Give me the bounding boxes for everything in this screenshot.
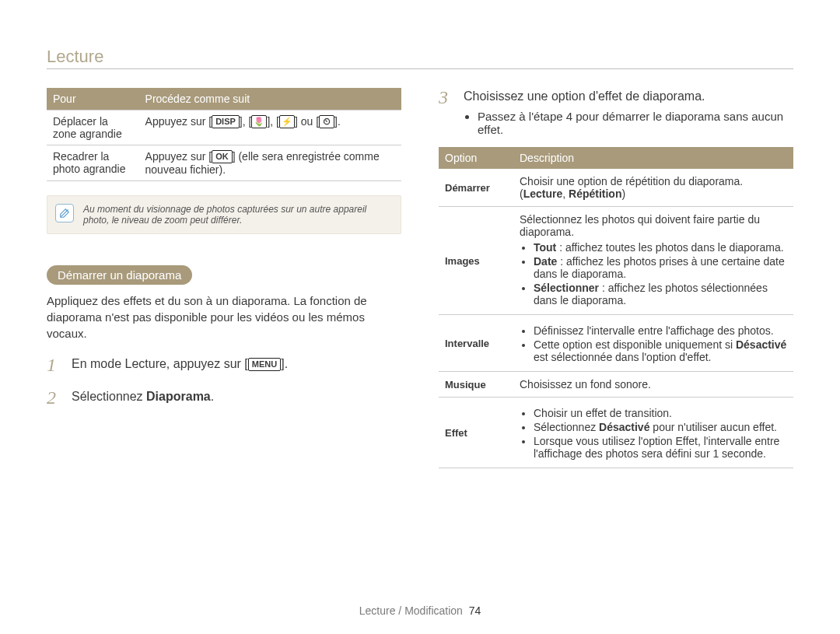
option-name: Démarrer — [439, 169, 513, 207]
option-name: Images — [439, 207, 513, 315]
options-table: Option Description Démarrer Choisir une … — [439, 147, 793, 468]
footer-text: Lecture / Modification — [359, 604, 463, 617]
note-text: Au moment du visionnage de photos captur… — [83, 204, 366, 226]
table-row: Déplacer la zone agrandie Appuyez sur [D… — [47, 110, 401, 145]
table-header: Procédez comme suit — [139, 88, 401, 110]
section-title: Lecture — [47, 47, 793, 67]
table-row: Recadrer la photo agrandie Appuyez sur [… — [47, 145, 401, 181]
step-3: 3 Choisissez une option d'effet de diapo… — [439, 88, 793, 107]
note-icon — [55, 204, 74, 222]
flash-button-icon: ⚡ — [279, 115, 295, 128]
option-name: Effet — [439, 398, 513, 468]
option-desc: Sélectionnez les photos qui doivent fair… — [513, 207, 793, 315]
table-row: Musique Choisissez un fond sonore. — [439, 372, 793, 398]
macro-button-icon: 🌷 — [251, 115, 267, 128]
table-row: Images Sélectionnez les photos qui doive… — [439, 207, 793, 315]
page: Lecture Pour Procédez comme suit Déplace… — [0, 0, 840, 634]
left-column: Pour Procédez comme suit Déplacer la zon… — [47, 88, 401, 468]
action-table: Pour Procédez comme suit Déplacer la zon… — [47, 88, 401, 181]
option-name: Musique — [439, 372, 513, 398]
note-box: Au moment du visionnage de photos captur… — [47, 195, 401, 234]
step-text: Choisissez une option d'effet de diapora… — [464, 88, 793, 103]
menu-button-icon: MENU — [248, 358, 281, 371]
disp-button-icon: DISP — [212, 115, 240, 128]
option-desc: Choisir un effet de transition. Sélectio… — [513, 398, 793, 468]
page-number: 74 — [469, 604, 481, 617]
action-name: Recadrer la photo agrandie — [47, 145, 139, 181]
table-row: Démarrer Choisir une option de répétitio… — [439, 169, 793, 207]
table-row: Effet Choisir un effet de transition. Sé… — [439, 398, 793, 468]
table-header: Pour — [47, 88, 139, 110]
table-header: Option — [439, 147, 513, 169]
timer-button-icon: ⏲ — [319, 115, 334, 128]
table-row: Intervalle Définissez l'intervalle entre… — [439, 315, 793, 372]
table-header: Description — [513, 147, 793, 169]
option-name: Intervalle — [439, 315, 513, 372]
ok-button-icon: OK — [212, 150, 233, 163]
option-desc: Choisir une option de répétition du diap… — [513, 169, 793, 207]
title-rule — [47, 68, 793, 69]
step-2: 2 Sélectionnez Diaporama. — [47, 388, 401, 407]
step-number: 2 — [47, 388, 64, 407]
page-footer: Lecture / Modification 74 — [0, 604, 840, 617]
subsection-pill: Démarrer un diaporama — [47, 265, 192, 285]
action-name: Déplacer la zone agrandie — [47, 110, 139, 145]
intro-text: Appliquez des effets et du son à un diap… — [47, 292, 401, 342]
action-desc: Appuyez sur [OK] (elle sera enregistrée … — [139, 145, 401, 181]
option-desc: Définissez l'intervalle entre l'affichag… — [513, 315, 793, 372]
step-number: 1 — [47, 356, 64, 374]
step-sub: Passez à l'étape 4 pour démarrer le diap… — [464, 110, 793, 136]
step-1: 1 En mode Lecture, appuyez sur [MENU]. — [47, 356, 401, 374]
step-number: 3 — [439, 88, 456, 107]
action-desc: Appuyez sur [DISP], [🌷], [⚡] ou [⏲]. — [139, 110, 401, 145]
right-column: 3 Choisissez une option d'effet de diapo… — [439, 88, 793, 468]
option-desc: Choisissez un fond sonore. — [513, 372, 793, 398]
